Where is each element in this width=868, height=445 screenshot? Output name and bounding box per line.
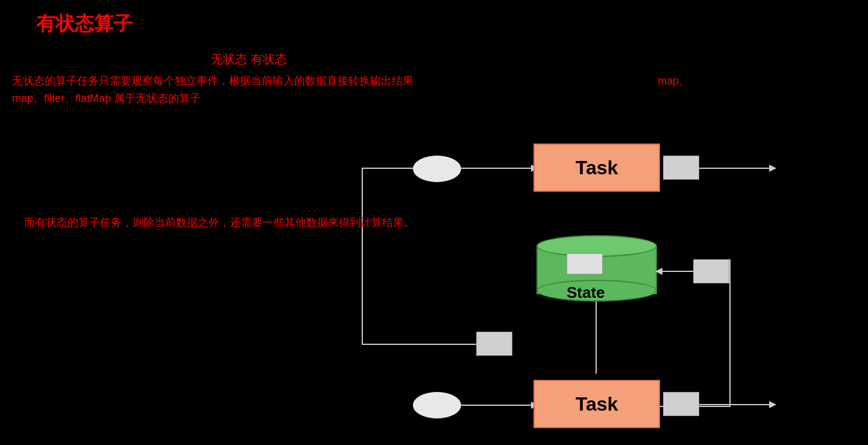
arrow-oval-to-task-bottom — [461, 405, 533, 406]
right-box-state — [693, 259, 729, 283]
task-label-top: Task — [576, 157, 618, 179]
desc-stateless-suffix: map、filter、flatMap 属于无状态的算子 — [12, 92, 201, 104]
arrow-oval-to-task-top — [461, 168, 533, 169]
arrow-out-bottom — [699, 404, 772, 405]
description-stateless: 无状态的算子任务只需要观察每个独立事件，根据当前输入的数据直接转换输出结果 ma… — [12, 72, 856, 107]
page-title: 有状态算子 — [36, 11, 133, 37]
oval-input-top — [413, 156, 461, 182]
description-stateful: 而有状态的算子任务，则除当前数据之外，还需要一些其他数据来得到计算结果。 — [24, 214, 506, 232]
desc-stateless-line1: 无状态的算子任务只需要观察每个独立事件，根据当前输入的数据直接转换输出结果 — [12, 75, 414, 87]
input-box-bottom — [476, 332, 512, 356]
state-down-line — [596, 301, 597, 374]
arrow-into-state — [660, 271, 693, 272]
state-label: State — [567, 283, 605, 302]
oval-input-bottom — [413, 392, 461, 418]
task-label-bottom: Task — [576, 393, 618, 415]
input-left-line — [362, 344, 476, 345]
state-small-box — [567, 253, 603, 274]
desc-stateless-suffix-right: map、 — [658, 75, 690, 87]
task-box-top: Task — [533, 144, 660, 192]
top-left-to-oval-line — [362, 168, 414, 169]
arrow-out-top — [699, 168, 772, 169]
right-vertical-line — [729, 259, 731, 407]
subtitle: 无状态 有状态 — [211, 51, 287, 68]
task-box-bottom: Task — [533, 380, 660, 428]
output-box-bottom — [663, 392, 699, 416]
left-vertical-line — [362, 168, 363, 344]
output-box-top — [663, 156, 699, 180]
